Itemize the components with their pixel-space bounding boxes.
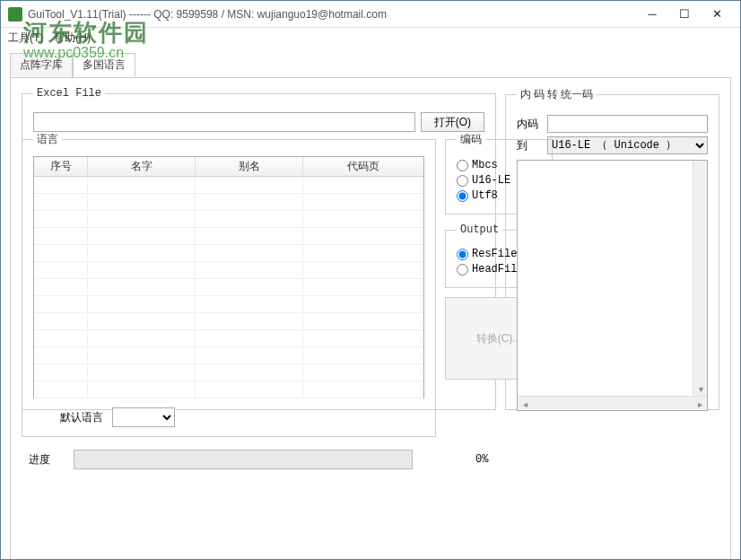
codeconv-output[interactable]: ▾ ◂ ▸ [517, 160, 708, 411]
col-no[interactable]: 序号 [34, 157, 88, 176]
minimize-button[interactable]: ─ [636, 4, 668, 24]
menu-help[interactable]: 帮助(H) [54, 31, 91, 46]
menubar: 工具(T) 帮助(H) [1, 28, 740, 48]
window-title: GuiTool_V1.11(Trial) ------ QQ: 9599598 … [28, 8, 636, 21]
progress-percent: 0% [475, 453, 488, 466]
close-button[interactable]: ✕ [701, 4, 733, 24]
app-icon [8, 7, 22, 22]
progress-bar [74, 450, 413, 469]
legend-language: 语言 [33, 132, 62, 147]
titlebar: GuiTool_V1.11(Trial) ------ QQ: 9599598 … [1, 1, 740, 28]
fieldset-language: 语言 序号 名字 别名 代码页 [22, 132, 436, 437]
maximize-button[interactable]: ☐ [668, 4, 701, 24]
legend-encoding: 编码 [457, 132, 485, 147]
innercode-input[interactable] [547, 115, 708, 133]
language-table: 序号 名字 别名 代码页 [33, 156, 424, 398]
default-lang-select[interactable] [112, 407, 175, 427]
scrollbar-vertical[interactable]: ▾ [693, 161, 707, 396]
tab-content: Excel File 打开(O) 内 码 转 统一码 内码 到 U16-LE （… [10, 77, 731, 560]
menu-tools[interactable]: 工具(T) [8, 31, 43, 46]
col-alias[interactable]: 别名 [196, 157, 303, 176]
scroll-right-icon[interactable]: ▸ [693, 397, 707, 411]
innercode-label: 内码 [517, 117, 542, 132]
to-select[interactable]: U16-LE （ Unicode ） [547, 136, 708, 154]
table-header: 序号 名字 别名 代码页 [34, 157, 423, 177]
tab-dotfont[interactable]: 点阵字库 [10, 53, 73, 77]
tab-multilang[interactable]: 多国语言 [73, 53, 135, 77]
tabs: 点阵字库 多国语言 [1, 48, 740, 77]
legend-excel: Excel File [33, 87, 105, 100]
excel-path-input[interactable] [33, 112, 415, 132]
open-button[interactable]: 打开(O) [421, 112, 484, 132]
col-codepage[interactable]: 代码页 [303, 157, 423, 176]
default-lang-label: 默认语言 [60, 410, 103, 425]
table-body [34, 177, 423, 398]
scrollbar-horizontal[interactable]: ◂ ▸ [518, 396, 707, 410]
progress-label: 进度 [29, 452, 65, 468]
legend-output: Output [457, 223, 502, 236]
scroll-down-icon[interactable]: ▾ [693, 381, 708, 396]
scroll-left-icon[interactable]: ◂ [518, 397, 532, 411]
legend-codeconv: 内 码 转 统一码 [517, 87, 597, 102]
col-name[interactable]: 名字 [88, 157, 196, 176]
